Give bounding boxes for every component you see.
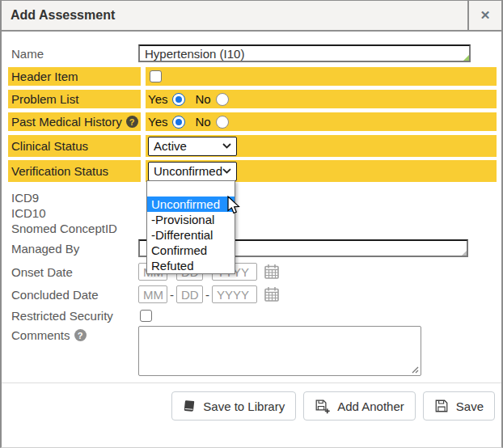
problem-list-yes-radio[interactable] bbox=[172, 93, 185, 106]
icd9-row: ICD9 bbox=[2, 190, 501, 205]
comments-label: Comments ? bbox=[2, 326, 138, 342]
verification-status-option-list: Unconfirmed -Provisional -Differential C… bbox=[146, 180, 235, 274]
option-differential[interactable]: -Differential bbox=[147, 227, 235, 243]
clinical-status-row: Clinical Status Active bbox=[8, 135, 497, 157]
add-another-label: Add Another bbox=[337, 399, 404, 413]
resize-grip-icon bbox=[411, 366, 419, 374]
close-icon: ✕ bbox=[480, 8, 491, 23]
clinical-status-select[interactable]: Active bbox=[148, 137, 237, 156]
problem-list-label: Problem List bbox=[8, 90, 141, 108]
onset-calendar-button[interactable] bbox=[264, 264, 280, 280]
chevron-down-icon bbox=[222, 168, 231, 174]
name-value: Hypertension (I10) bbox=[145, 47, 244, 61]
name-label: Name bbox=[2, 47, 138, 61]
help-icon[interactable]: ? bbox=[74, 329, 87, 341]
dialog-title: Add Assessment bbox=[2, 1, 467, 30]
pmh-yes-label: Yes bbox=[148, 115, 167, 129]
comments-row: Comments ? bbox=[2, 326, 501, 376]
verification-status-row: Verification Status Unconfirmed bbox=[8, 160, 497, 182]
header-item-checkbox[interactable] bbox=[150, 70, 162, 82]
option-unconfirmed[interactable]: Unconfirmed bbox=[147, 197, 235, 212]
option-provisional[interactable]: -Provisional bbox=[147, 212, 235, 227]
close-button[interactable]: ✕ bbox=[467, 1, 501, 30]
snomed-row: Snomed ConceptID bbox=[2, 221, 501, 236]
name-input[interactable]: Hypertension (I10) bbox=[138, 44, 471, 62]
date-separator: - bbox=[170, 288, 174, 302]
save-to-library-label: Save to Library bbox=[203, 399, 285, 413]
problem-list-row: Problem List Yes No bbox=[8, 90, 497, 108]
icd9-label: ICD9 bbox=[2, 191, 138, 205]
past-medical-history-field: Yes No bbox=[146, 112, 497, 131]
help-icon[interactable]: ? bbox=[126, 116, 138, 128]
floppy-plus-icon bbox=[315, 399, 330, 414]
resize-handle[interactable] bbox=[411, 366, 419, 374]
onset-date-row: Onset Date MM - DD - YYYY bbox=[2, 261, 501, 282]
calendar-icon bbox=[264, 286, 280, 302]
option-confirmed[interactable]: Confirmed bbox=[147, 243, 235, 258]
floppy-disk-icon bbox=[434, 399, 449, 413]
concluded-calendar-button[interactable] bbox=[264, 286, 280, 302]
problem-list-no-label: No bbox=[195, 92, 210, 106]
icd10-label: ICD10 bbox=[2, 206, 138, 220]
concluded-month-input[interactable]: MM bbox=[138, 285, 167, 303]
restricted-security-checkbox[interactable] bbox=[140, 310, 152, 322]
clinical-status-field: Active bbox=[146, 135, 497, 157]
concluded-day-placeholder: DD bbox=[181, 288, 199, 302]
add-another-button[interactable]: Add Another bbox=[303, 391, 416, 421]
concluded-month-placeholder: MM bbox=[143, 288, 163, 302]
dialog-titlebar: Add Assessment ✕ bbox=[2, 1, 501, 32]
header-item-field bbox=[146, 67, 497, 86]
chevron-down-icon bbox=[222, 143, 231, 149]
option-blank[interactable] bbox=[147, 181, 235, 197]
problem-list-field: Yes No bbox=[146, 90, 497, 108]
clinical-status-value: Active bbox=[154, 139, 187, 153]
save-to-library-button[interactable]: Save to Library bbox=[171, 391, 296, 421]
pmh-yes-radio[interactable] bbox=[172, 116, 185, 129]
save-button[interactable]: Save bbox=[423, 391, 495, 421]
past-medical-history-row: Past Medical History ? Yes No bbox=[8, 112, 497, 131]
concluded-date-label: Concluded Date bbox=[2, 288, 138, 302]
comments-textarea[interactable] bbox=[138, 326, 421, 376]
calendar-icon bbox=[264, 264, 280, 280]
onset-date-label: Onset Date bbox=[2, 265, 138, 279]
snomed-label: Snomed ConceptID bbox=[2, 222, 138, 235]
header-item-label: Header Item bbox=[8, 67, 141, 86]
past-medical-history-label-text: Past Medical History bbox=[11, 115, 122, 129]
managed-by-label: Managed By bbox=[2, 242, 138, 256]
dialog-body: Name Hypertension (I10) Header Item Prob… bbox=[2, 32, 501, 376]
concluded-year-placeholder: YYYY bbox=[217, 288, 249, 302]
book-icon bbox=[183, 399, 196, 412]
add-assessment-dialog: Add Assessment ✕ Name Hypertension (I10)… bbox=[0, 0, 503, 448]
option-refuted[interactable]: Refuted bbox=[147, 258, 235, 273]
concluded-day-input[interactable]: DD bbox=[176, 285, 203, 303]
header-item-row: Header Item bbox=[8, 67, 497, 86]
comments-label-text: Comments bbox=[11, 328, 70, 342]
dialog-footer: Save to Library Add Another Save bbox=[2, 382, 501, 421]
name-row: Name Hypertension (I10) bbox=[2, 44, 501, 63]
resize-grip-icon bbox=[463, 55, 469, 61]
verification-status-label: Verification Status bbox=[8, 160, 141, 182]
problem-list-no-radio[interactable] bbox=[216, 93, 229, 106]
verification-status-value: Unconfirmed bbox=[154, 164, 222, 178]
clinical-status-label: Clinical Status bbox=[8, 135, 141, 157]
resize-grip-icon bbox=[462, 251, 467, 256]
pmh-no-radio[interactable] bbox=[216, 116, 229, 129]
verification-status-field: Unconfirmed bbox=[146, 160, 497, 182]
icd10-row: ICD10 bbox=[2, 205, 501, 221]
managed-by-row: Managed By bbox=[2, 239, 501, 258]
pmh-no-label: No bbox=[195, 115, 210, 129]
past-medical-history-label: Past Medical History ? bbox=[8, 112, 141, 131]
restricted-security-label: Restricted Security bbox=[2, 309, 138, 323]
save-label: Save bbox=[456, 399, 484, 413]
date-separator: - bbox=[205, 288, 209, 302]
verification-status-select[interactable]: Unconfirmed bbox=[148, 162, 237, 181]
restricted-security-row: Restricted Security bbox=[2, 306, 501, 324]
problem-list-yes-label: Yes bbox=[148, 92, 167, 106]
concluded-year-input[interactable]: YYYY bbox=[212, 285, 257, 303]
concluded-date-row: Concluded Date MM - DD - YYYY bbox=[2, 284, 501, 305]
